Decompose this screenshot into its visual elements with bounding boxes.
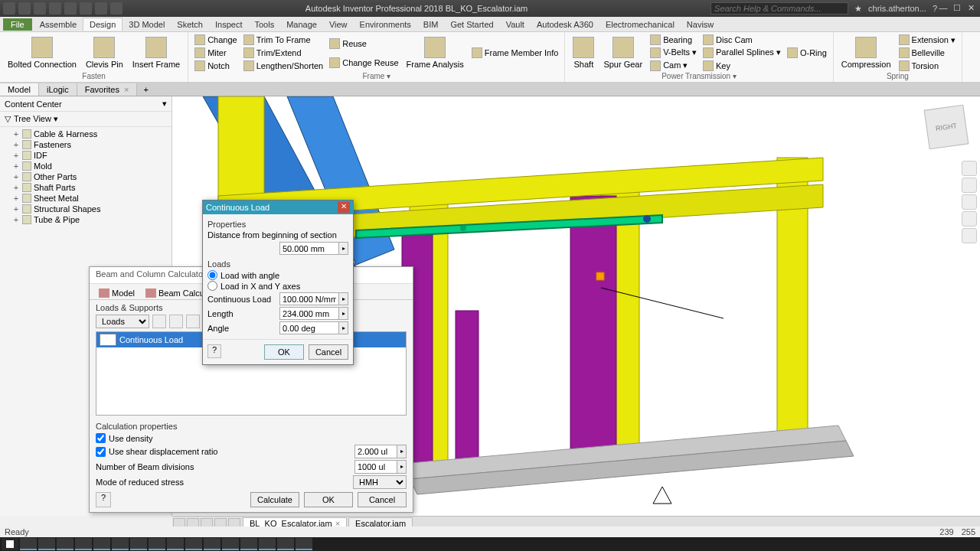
arrow-left-icon[interactable] — [152, 315, 166, 328]
length-input[interactable] — [279, 307, 339, 320]
taskbar-item[interactable] — [38, 538, 55, 550]
taskbar-item[interactable] — [75, 538, 92, 550]
user-label[interactable]: chris.atherton... — [868, 4, 926, 13]
distance-input[interactable] — [279, 242, 339, 255]
tab-manage[interactable]: Manage — [280, 18, 323, 31]
miter-button[interactable]: Miter — [193, 47, 239, 59]
tab-sketch[interactable]: Sketch — [171, 18, 209, 31]
shear-value-input[interactable] — [354, 445, 397, 458]
angle-input[interactable] — [279, 321, 339, 334]
minimize-button[interactable]: — — [937, 3, 949, 14]
dialog-titlebar[interactable]: Continuous Load ✕ — [203, 201, 353, 214]
close-tab-icon[interactable]: × — [124, 85, 129, 94]
qat-material-icon[interactable] — [95, 2, 107, 15]
tree-item[interactable]: +Cable & Harness — [3, 129, 168, 139]
help-button[interactable]: ? — [96, 492, 111, 507]
tab-favorites[interactable]: Favorites× — [77, 83, 138, 96]
tree-item[interactable]: +Sheet Metal — [3, 193, 168, 204]
filter-icon[interactable]: ▽ — [5, 114, 11, 124]
dist-load-icon[interactable] — [186, 315, 200, 328]
tab-bim[interactable]: BIM — [417, 18, 445, 31]
close-icon[interactable]: ✕ — [338, 202, 350, 213]
taskbar-item[interactable] — [167, 538, 184, 550]
shaft-button[interactable]: Shaft — [570, 34, 597, 72]
trimextend-button[interactable]: Trim/Extend — [242, 47, 325, 59]
taskbar-item[interactable] — [240, 538, 257, 550]
tab-environments[interactable]: Environments — [354, 18, 417, 31]
arrow-right-icon[interactable] — [169, 315, 183, 328]
distance-dropdown-icon[interactable]: ▸ — [339, 242, 348, 255]
tab-navis[interactable]: Navisw — [681, 18, 720, 31]
tab-ilogic[interactable]: iLogic — [39, 83, 77, 96]
browser-treeview-bar[interactable]: ▽ Tree View ▾ — [0, 112, 172, 127]
taskbar-item[interactable] — [296, 538, 312, 550]
member-info-button[interactable]: Frame Member Info — [470, 47, 560, 59]
nav-pan-icon[interactable] — [962, 194, 977, 210]
help-icon[interactable]: ? — [207, 344, 221, 358]
tab-getstarted[interactable]: Get Started — [444, 18, 499, 31]
start-button[interactable] — [2, 538, 18, 550]
tab-vault[interactable]: Vault — [500, 18, 531, 31]
use-shear-checkbox[interactable]: Use shear displacement ratio — [96, 447, 217, 457]
tree-item[interactable]: +Other Parts — [3, 171, 168, 182]
radio-load-xy[interactable]: Load in X and Y axes — [207, 281, 348, 291]
tree-item[interactable]: +Structural Shapes — [3, 204, 168, 214]
qat-redo-icon[interactable] — [64, 2, 77, 15]
nav-lookat-icon[interactable] — [962, 228, 977, 243]
taskbar-item[interactable] — [149, 538, 165, 550]
nav-zoom-icon[interactable] — [962, 211, 977, 227]
key-button[interactable]: Key — [701, 60, 782, 72]
add-tab-button[interactable]: + — [137, 83, 154, 96]
cancel-button[interactable]: Cancel — [309, 344, 348, 360]
qat-appearance-icon[interactable] — [110, 2, 122, 15]
reuse-button[interactable]: Reuse — [328, 37, 400, 50]
qat-undo-icon[interactable] — [49, 2, 61, 15]
qat-select-icon[interactable] — [80, 2, 92, 15]
maximize-button[interactable]: ☐ — [951, 3, 963, 14]
loads-dropdown[interactable]: Loads — [96, 315, 149, 328]
cont-dropdown-icon[interactable]: ▸ — [339, 292, 348, 305]
tab-a360[interactable]: Autodesk A360 — [531, 18, 599, 31]
tree-item[interactable]: +Shaft Parts — [3, 182, 168, 193]
tree-item[interactable]: +Fasteners — [3, 139, 168, 150]
close-button[interactable]: ✕ — [965, 3, 977, 14]
ok-button[interactable]: OK — [304, 492, 353, 507]
oring-button[interactable]: O-Ring — [786, 47, 828, 59]
insert-frame-button[interactable]: Insert Frame — [129, 34, 183, 72]
clevis-pin-button[interactable]: Clevis Pin — [83, 34, 126, 72]
tab-em[interactable]: Electromechanical — [599, 18, 681, 31]
tab-inspect[interactable]: Inspect — [209, 18, 248, 31]
tab-view[interactable]: View — [323, 18, 354, 31]
parallel-splines-button[interactable]: Parallel Splines ▾ — [701, 47, 782, 59]
taskbar-item[interactable] — [130, 538, 147, 550]
mode-dropdown[interactable]: HMH — [353, 475, 407, 489]
vbelts-button[interactable]: V-Belts ▾ — [648, 47, 698, 59]
bolted-connection-button[interactable]: Bolted Connection — [5, 34, 80, 72]
beam-div-input[interactable] — [354, 460, 397, 474]
radio-load-angle[interactable]: Load with angle — [207, 270, 348, 280]
cam-button[interactable]: Cam ▾ — [648, 60, 698, 72]
signin-icon[interactable]: ★ — [854, 4, 862, 14]
tab-assemble[interactable]: Assemble — [34, 18, 83, 31]
ok-button[interactable]: OK — [264, 344, 304, 360]
nav-orbit-icon[interactable] — [962, 178, 977, 193]
taskbar-item[interactable] — [259, 538, 276, 550]
browser-dropdown-icon[interactable]: ▾ — [162, 99, 167, 109]
use-density-checkbox[interactable]: Use density — [96, 433, 407, 443]
change-reuse-button[interactable]: Change Reuse — [328, 57, 400, 69]
qat-new-icon[interactable] — [3, 2, 15, 15]
length-dropdown-icon[interactable]: ▸ — [339, 307, 348, 320]
tab-model2[interactable]: Model — [94, 287, 139, 299]
extension-button[interactable]: Extension ▾ — [897, 34, 957, 46]
angle-dropdown-icon[interactable]: ▸ — [339, 321, 348, 334]
qat-save-icon[interactable] — [34, 2, 46, 15]
cancel-button[interactable]: Cancel — [358, 492, 407, 507]
taskbar-item[interactable] — [57, 538, 74, 550]
torsion-button[interactable]: Torsion — [897, 60, 957, 72]
trim-button[interactable]: Trim To Frame — [242, 34, 325, 46]
bearing-button[interactable]: Bearing — [648, 34, 698, 46]
taskbar-item[interactable] — [20, 538, 37, 550]
taskbar-item[interactable] — [277, 538, 294, 550]
belleville-button[interactable]: Belleville — [897, 47, 957, 59]
spur-gear-button[interactable]: Spur Gear — [600, 34, 645, 72]
